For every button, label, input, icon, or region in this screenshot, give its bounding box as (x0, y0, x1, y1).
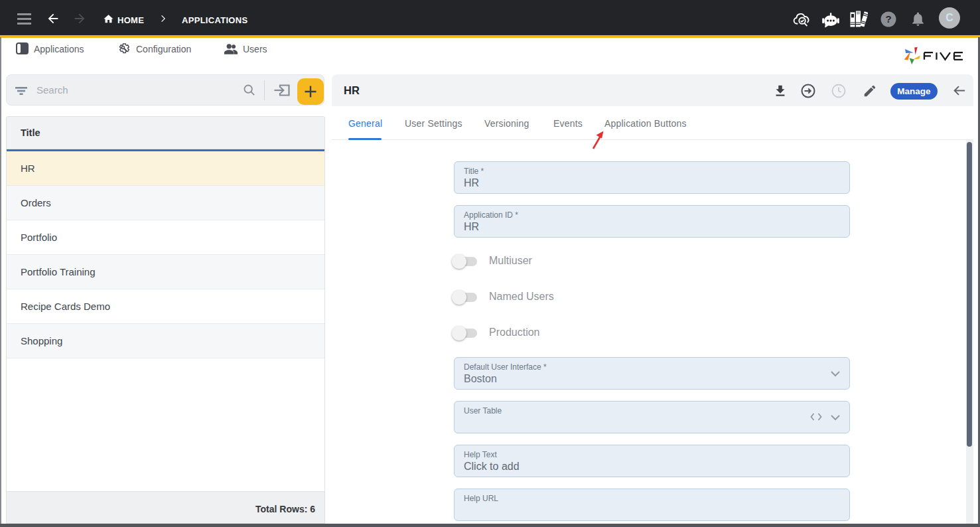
svg-text:?: ? (885, 13, 891, 25)
